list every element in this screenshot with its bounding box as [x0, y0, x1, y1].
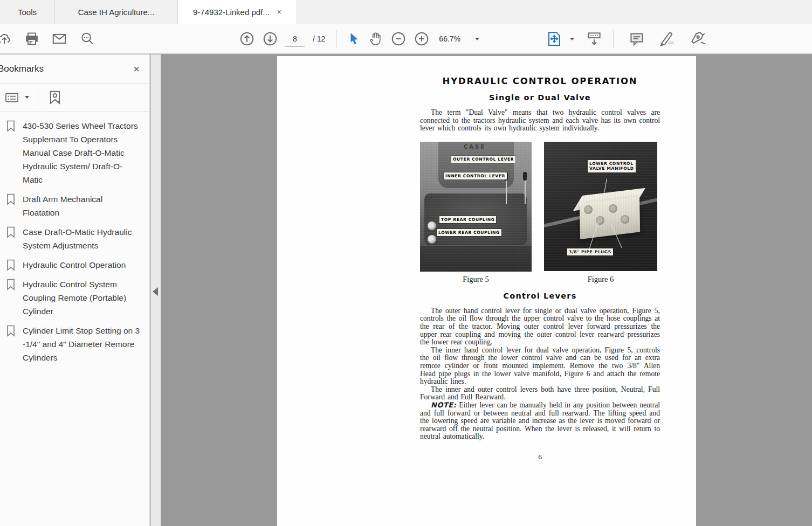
zoom-dropdown-chevron-icon[interactable] [475, 38, 479, 40]
bookmark-options-chevron-icon[interactable] [25, 96, 29, 99]
page-number: 6 [420, 453, 660, 461]
page-count-label: / 12 [312, 34, 326, 43]
find-current-bookmark-icon[interactable] [47, 89, 63, 106]
tab-bar: Tools Case IH Agriculture... 9-74932-Lin… [0, 0, 812, 24]
figure5-label-outer-control-lever: OUTER CONTROL LEVER [451, 156, 515, 163]
note-label: NOTE: [431, 401, 456, 409]
bookmarks-toolbar [0, 84, 149, 112]
bookmark-item[interactable]: Hydraulic Control Operation [5, 258, 145, 272]
page-number-input[interactable] [285, 31, 305, 47]
tab-document-active[interactable]: 9-74932-Linked pdf... × [178, 0, 297, 24]
share-cloud-upload-icon[interactable] [0, 31, 12, 47]
figure5-label-lower-rear-coupling: LOWER REAR COUPLING [437, 229, 501, 237]
fit-page-icon[interactable] [546, 31, 562, 47]
collapse-panel-icon[interactable] [153, 287, 158, 296]
main-toolbar: / 12 66.7% [0, 24, 812, 54]
bookmark-item[interactable]: Draft Arm Mechanical Floatation [5, 192, 145, 219]
bookmark-icon [5, 324, 17, 364]
bookmark-item-label: 430-530 Series Wheel Tractors Supplemant… [23, 119, 140, 186]
zoom-level-value: 66.7% [439, 34, 460, 43]
previous-page-icon[interactable] [239, 31, 255, 47]
search-icon[interactable] [79, 31, 95, 47]
note-text: Either lever can be manually held in any… [420, 401, 660, 440]
pdf-viewer-window: Tools Case IH Agriculture... 9-74932-Lin… [0, 0, 812, 526]
collapse-toolbar-icon[interactable] [586, 31, 602, 47]
bookmarks-toolbar-divider [38, 89, 38, 106]
tab-doc1-label: Case IH Agriculture... [78, 8, 155, 17]
bookmark-item-label: Hydraulic Control System Coupling Remote… [23, 278, 140, 318]
print-icon[interactable] [24, 31, 39, 46]
figure6-label-lower-control-valve-manifold: LOWER CONTROL VALVE MANIFOLD [588, 160, 636, 172]
email-icon[interactable] [51, 31, 67, 47]
tab-tools-label: Tools [18, 8, 37, 17]
bookmark-icon [5, 225, 17, 252]
bookmark-icon [5, 192, 17, 219]
page-content: HYDRAULIC CONTROL OPERATION Single or Du… [420, 56, 660, 461]
bookmarks-close-icon[interactable]: × [133, 64, 140, 74]
bookmark-item[interactable]: 430-530 Series Wheel Tractors Supplemant… [5, 119, 145, 186]
page-title: HYDRAULIC CONTROL OPERATION [420, 76, 660, 86]
body-paragraph-3: The inner and outer control levers both … [420, 386, 660, 402]
comment-icon[interactable] [629, 31, 645, 47]
bookmark-icon [5, 278, 17, 318]
bookmarks-panel: Bookmarks × [0, 54, 150, 526]
zoom-in-icon[interactable] [414, 31, 430, 47]
bookmark-icon [5, 119, 17, 186]
tab-close-icon[interactable]: × [277, 8, 281, 16]
bookmark-item[interactable]: Case Draft-O-Matic Hydraulic System Adju… [5, 225, 145, 252]
panel-resize-strip[interactable] [150, 54, 161, 526]
figure6-caption: Figure 6 [544, 275, 657, 284]
highlighter-icon[interactable] [659, 31, 675, 47]
bookmarks-header: Bookmarks × [0, 54, 149, 84]
note-paragraph: NOTE: Either lever can be manually held … [420, 402, 660, 441]
figure-5-photo: CASE OUTER CONTROL LEVER INNER CONTROL L… [420, 142, 532, 272]
bookmark-item-label: Draft Arm Mechanical Floatation [23, 192, 140, 219]
fit-page-dropdown-chevron-icon[interactable] [570, 38, 574, 40]
figure5-label-inner-control-lever: INNER CONTROL LEVER [444, 172, 507, 180]
figure6-label-pipe-plugs: 3/8" PIPE PLUGS [567, 248, 613, 256]
tab-document-case-ih[interactable]: Case IH Agriculture... [55, 0, 178, 24]
figure5-label-top-rear-coupling: TOP REAR COUPLING [439, 216, 496, 224]
pdf-page: HYDRAULIC CONTROL OPERATION Single or Du… [277, 56, 696, 526]
hand-tool-icon[interactable] [368, 31, 383, 46]
bookmarks-title: Bookmarks [0, 64, 44, 74]
figure5-caption: Figure 5 [420, 275, 532, 284]
bookmark-options-icon[interactable] [4, 90, 19, 105]
body-paragraph-2: The inner hand control lever for dual va… [420, 347, 660, 386]
figures-row: CASE OUTER CONTROL LEVER INNER CONTROL L… [420, 142, 660, 272]
section-heading: Control Levers [420, 292, 660, 300]
figure-6-photo: LOWER CONTROL VALVE MANIFOLD 3/8" PIPE P… [544, 142, 657, 271]
toolbar-divider [613, 30, 614, 48]
bookmark-item-label: Cylinder Limit Stop Setting on 3 -1/4" a… [23, 324, 140, 364]
sign-pen-icon[interactable] [689, 30, 706, 47]
intro-paragraph: The term "Dual Valve" means that two hyd… [420, 109, 660, 133]
zoom-out-icon[interactable] [390, 31, 407, 47]
bookmark-item-label: Hydraulic Control Operation [23, 258, 140, 272]
page-subtitle: Single or Dual Valve [420, 93, 660, 102]
bookmarks-list: 430-530 Series Wheel Tractors Supplemant… [0, 112, 149, 364]
bookmark-item[interactable]: Hydraulic Control System Coupling Remote… [5, 278, 145, 318]
bookmark-icon [5, 258, 17, 272]
next-page-icon[interactable] [262, 31, 278, 47]
tab-doc2-label: 9-74932-Linked pdf... [193, 8, 270, 17]
figure-captions-row: Figure 5 Figure 6 [420, 275, 660, 284]
bookmark-item-label: Case Draft-O-Matic Hydraulic System Adju… [23, 225, 140, 252]
document-scroll-area[interactable]: HYDRAULIC CONTROL OPERATION Single or Du… [161, 54, 812, 526]
tab-tools[interactable]: Tools [0, 0, 55, 24]
toolbar-divider [336, 30, 337, 48]
bookmark-item[interactable]: Cylinder Limit Stop Setting on 3 -1/4" a… [5, 324, 145, 364]
select-tool-icon[interactable] [347, 32, 361, 46]
body-paragraph-1: The outer hand control lever for single … [420, 307, 660, 347]
